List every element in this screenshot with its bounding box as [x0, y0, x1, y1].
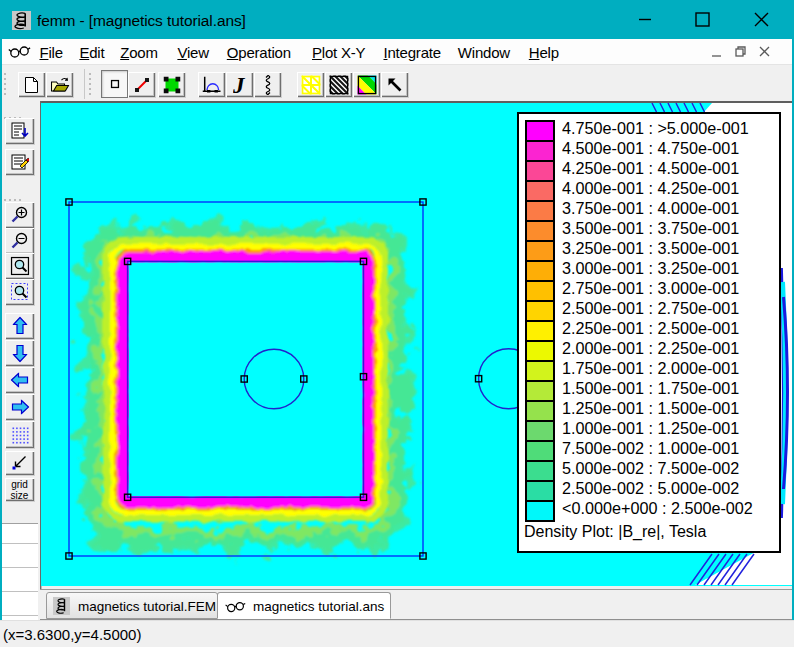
svg-text:J: J	[233, 74, 246, 95]
